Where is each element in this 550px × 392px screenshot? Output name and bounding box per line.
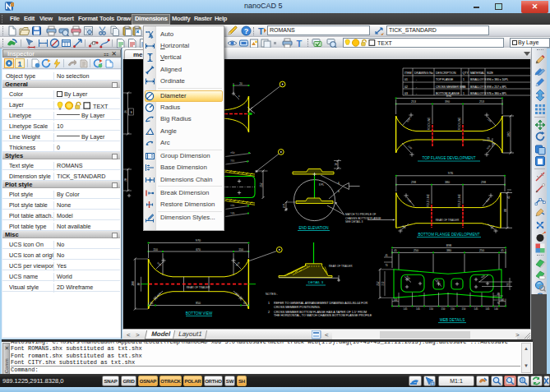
svg-text:976: 976 (448, 172, 453, 175)
svg-text:FOLD LINE: FOLD LINE (427, 194, 430, 207)
svg-text:380: 380 (446, 249, 451, 252)
svg-text:298: 298 (481, 181, 486, 184)
svg-text:380: 380 (445, 181, 450, 184)
svg-text:1: 1 (463, 78, 464, 81)
svg-text:MATERIAL: MATERIAL (470, 71, 485, 75)
svg-text:SEE DETAIL 3: SEE DETAIL 3 (345, 220, 363, 224)
svg-text:96: 96 (506, 283, 510, 286)
svg-text:45: 45 (501, 249, 504, 252)
svg-text:01: 01 (404, 78, 408, 81)
svg-text:DRAWING No: DRAWING No (414, 71, 433, 75)
svg-text:88: 88 (137, 283, 141, 286)
svg-text:REFER TO GENERAL ARRANGEMENT D: REFER TO GENERAL ARRANGEMENT DRAWING A05… (274, 302, 367, 305)
svg-text:976 x 380 x 8PL: 976 x 380 x 8PL (487, 92, 507, 95)
svg-text:759: 759 (230, 151, 235, 155)
svg-text:CHASSIS BOTTOM FLANGE: CHASSIS BOTTOM FLANGE (345, 217, 381, 220)
svg-text:252: 252 (260, 182, 263, 187)
svg-text:TOP FLANGE: TOP FLANGE (436, 78, 454, 81)
svg-text:BISALLOY 8: BISALLOY 8 (470, 92, 486, 95)
svg-text:02: 02 (404, 85, 408, 89)
svg-text:731: 731 (230, 204, 235, 208)
svg-text:MATCH TO PROFILE OF: MATCH TO PROFILE OF (345, 213, 376, 216)
svg-text:253: 253 (411, 100, 416, 104)
svg-text:FOLD LINE: FOLD LINE (428, 118, 431, 131)
svg-text:898: 898 (446, 244, 451, 247)
svg-text:DESCRIPTION: DESCRIPTION (436, 71, 456, 75)
svg-text:45: 45 (394, 249, 397, 252)
svg-text:THE HORIZONTAL, TO MATCH CHASS: THE HORIZONTAL, TO MATCH CHASSIS BOTTOM … (274, 314, 372, 317)
svg-text:140: 140 (501, 298, 505, 302)
svg-text:-: - (416, 78, 417, 81)
svg-text:NOTES:-: NOTES:- (266, 293, 278, 296)
svg-text:1: 1 (463, 92, 464, 95)
svg-text:150: 150 (462, 307, 466, 311)
svg-text:150: 150 (451, 307, 455, 311)
svg-text:150: 150 (238, 248, 243, 251)
svg-text:03: 03 (404, 92, 408, 95)
svg-text:20: 20 (124, 178, 127, 182)
svg-text:896 x 380 x 10PL: 896 x 380 x 10PL (487, 78, 509, 81)
svg-text:CROSS MEMBER POSITIONING.: CROSS MEMBER POSITIONING. (274, 306, 321, 309)
svg-text:250: 250 (414, 249, 418, 252)
svg-text:-: - (416, 92, 417, 95)
svg-text:300: 300 (132, 281, 135, 286)
svg-text:8 P: 8 P (283, 204, 286, 208)
svg-text:380: 380 (507, 132, 511, 137)
svg-text:150: 150 (429, 307, 433, 311)
svg-text:898 x 257 x 8PL: 898 x 257 x 8PL (487, 85, 507, 89)
svg-text:850: 850 (196, 302, 201, 305)
svg-text:145: 145 (486, 307, 490, 311)
svg-text:298: 298 (411, 181, 416, 184)
svg-text:REAR OF TRAILER: REAR OF TRAILER (436, 219, 460, 222)
svg-text:END ELEVATION: END ELEVATION (298, 226, 328, 230)
svg-text:-: - (416, 85, 417, 89)
svg-text:REAR OF TRAILER: REAR OF TRAILER (329, 265, 353, 268)
svg-text:BOTTOM FLANGE DEVELOPMENT: BOTTOM FLANGE DEVELOPMENT (418, 233, 479, 237)
svg-text:751: 751 (230, 159, 235, 163)
svg-text:140: 140 (494, 307, 498, 311)
svg-text:DETAIL 3: DETAIL 3 (308, 280, 324, 284)
svg-text:6: 6 (338, 182, 340, 185)
svg-text:80: 80 (504, 209, 507, 212)
svg-text:B: B (131, 111, 132, 114)
svg-text:150: 150 (153, 248, 158, 251)
svg-text:45: 45 (507, 196, 511, 199)
svg-text:REAR OF TRAILER: REAR OF TRAILER (187, 286, 210, 289)
svg-text:QTY: QTY (463, 71, 469, 75)
svg-text:390: 390 (445, 100, 450, 104)
svg-text:SIZE: SIZE (487, 71, 494, 75)
svg-text:60: 60 (150, 302, 154, 305)
svg-text:CROSS MEMBER WEB: CROSS MEMBER WEB (436, 85, 466, 89)
svg-text:60: 60 (243, 302, 247, 305)
svg-text:150: 150 (441, 307, 446, 311)
svg-text:6: 6 (338, 190, 340, 193)
svg-text:45: 45 (385, 254, 388, 257)
svg-text:253: 253 (479, 100, 484, 104)
svg-text:WEB DETAILS: WEB DETAILS (440, 318, 465, 322)
svg-text:BISALLOY 8: BISALLOY 8 (470, 85, 486, 89)
svg-text:670: 670 (196, 248, 201, 251)
svg-text:735: 735 (230, 211, 235, 215)
svg-text:970: 970 (196, 239, 201, 242)
svg-text:896: 896 (446, 95, 451, 98)
svg-text:8 PL: 8 PL (319, 183, 325, 187)
svg-text:ITEM: ITEM (404, 71, 412, 75)
svg-text:TOP FLANGE DEVELOPMENT: TOP FLANGE DEVELOPMENT (423, 156, 476, 160)
svg-text:1: 1 (268, 302, 270, 305)
svg-text:70: 70 (385, 264, 388, 267)
svg-text:145: 145 (474, 307, 478, 311)
svg-text:75: 75 (487, 137, 490, 141)
svg-text:250: 250 (479, 249, 484, 252)
svg-text:252: 252 (377, 281, 380, 286)
svg-text:T: T (258, 26, 264, 36)
svg-text:CROSS MEMBER BOTTOM FLANGE HAS: CROSS MEMBER BOTTOM FLANGE HAS A TAPER O… (274, 311, 367, 314)
svg-text:20: 20 (239, 82, 243, 85)
svg-text:FOLD LINE: FOLD LINE (458, 194, 461, 207)
svg-text:1: 1 (463, 85, 464, 89)
svg-text:FOLD LINE: FOLD LINE (458, 118, 461, 131)
svg-text:?: ? (244, 27, 249, 35)
svg-text:36: 36 (124, 110, 127, 113)
svg-text:212: 212 (381, 281, 385, 285)
svg-text:10: 10 (335, 163, 338, 166)
svg-text:BOTTOM VIEW: BOTTOM VIEW (186, 311, 213, 316)
